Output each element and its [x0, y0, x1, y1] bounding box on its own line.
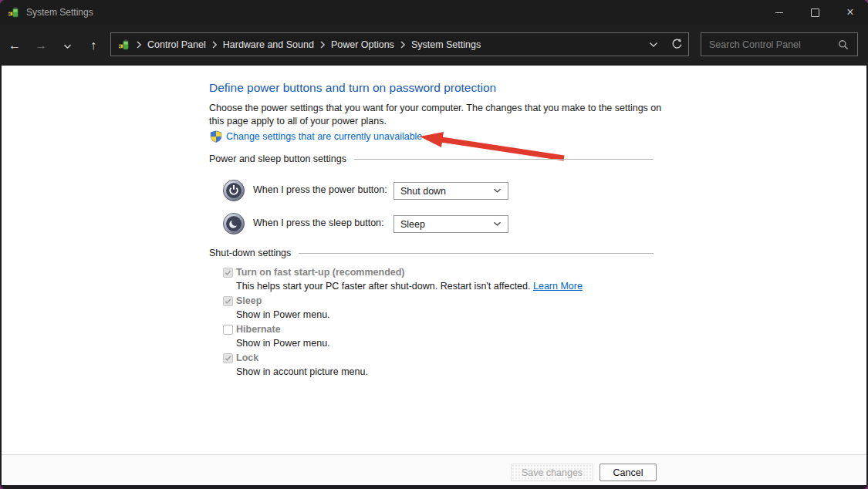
page-title: Define power buttons and turn on passwor… [209, 81, 496, 95]
sleep-checkbox[interactable] [223, 296, 233, 306]
uac-shield-icon [210, 130, 222, 143]
fast-startup-checkbox[interactable] [223, 268, 233, 278]
sleep-button-label: When I press the sleep button: [253, 218, 384, 228]
power-button-dropdown-value: Shut down [394, 186, 493, 197]
power-options-app-icon [8, 6, 20, 19]
checkmark-icon [224, 297, 232, 305]
close-icon: × [846, 6, 853, 19]
breadcrumb-item-system-settings[interactable]: System Settings [411, 39, 481, 50]
breadcrumb-item-power-options[interactable]: Power Options [331, 39, 394, 50]
sleep-button-icon [222, 212, 245, 235]
breadcrumb-app-icon [118, 39, 130, 51]
system-settings-window: System Settings × ← → ↑ [0, 0, 868, 489]
titlebar: System Settings × [0, 0, 868, 25]
hibernate-description: Show in Power menu. [236, 338, 330, 349]
power-section-header: Power and sleep button settings [209, 153, 654, 164]
address-bar[interactable]: Control Panel Hardware and Sound Power O… [110, 32, 689, 56]
fast-startup-description: This helps start your PC faster after sh… [236, 281, 583, 292]
address-dropdown-button[interactable] [642, 42, 665, 48]
lock-label: Lock [236, 352, 258, 363]
checkmark-icon [224, 268, 232, 277]
lock-description: Show in account picture menu. [236, 366, 368, 377]
recent-pages-chevron[interactable] [56, 39, 79, 52]
power-button-label: When I press the power button: [253, 184, 387, 195]
minimize-icon [775, 12, 783, 13]
change-settings-link[interactable]: Change settings that are currently unava… [226, 131, 422, 142]
search-box[interactable] [701, 32, 858, 56]
breadcrumb-item-control-panel[interactable]: Control Panel [147, 39, 206, 50]
refresh-icon [670, 38, 684, 51]
fast-startup-label: Turn on fast start-up (recommended) [236, 267, 405, 278]
chevron-down-icon [493, 221, 502, 227]
checkmark-icon [224, 354, 232, 363]
chevron-right-icon [319, 41, 326, 49]
shutdown-section-title: Shut-down settings [209, 248, 291, 258]
chevron-down-icon [493, 188, 502, 194]
forward-button[interactable]: → [29, 39, 52, 52]
window-controls: × [762, 0, 868, 25]
search-icon[interactable] [838, 39, 849, 50]
search-input[interactable] [701, 39, 838, 50]
intro-line-2: this page apply to all of your power pla… [209, 115, 661, 128]
cancel-button[interactable]: Cancel [599, 464, 657, 481]
section-divider [354, 159, 654, 160]
refresh-button[interactable] [665, 38, 688, 51]
sleep-description: Show in Power menu. [236, 309, 330, 320]
hibernate-label: Hibernate [236, 324, 281, 335]
sleep-button-dropdown-value: Sleep [394, 219, 493, 230]
maximize-icon [811, 8, 819, 17]
chevron-right-icon [400, 41, 406, 49]
maximize-button[interactable] [797, 0, 833, 25]
intro-line-1: Choose the power settings that you want … [209, 102, 661, 115]
up-button[interactable]: ↑ [82, 39, 105, 52]
chevron-right-icon [211, 41, 218, 49]
elevation-row: Change settings that are currently unava… [210, 130, 422, 143]
learn-more-link[interactable]: Learn More [533, 281, 583, 292]
back-button[interactable]: ← [3, 39, 26, 52]
minimize-button[interactable] [762, 0, 797, 25]
shutdown-section-header: Shut-down settings [209, 248, 654, 258]
save-changes-button[interactable]: Save changes [511, 464, 593, 481]
hibernate-checkbox[interactable] [223, 325, 233, 335]
breadcrumb-item-hardware-and-sound[interactable]: Hardware and Sound [223, 39, 314, 50]
sleep-button-dropdown[interactable]: Sleep [393, 215, 508, 233]
lock-checkbox[interactable] [223, 353, 233, 363]
footer: Save changes Cancel [2, 454, 866, 485]
sleep-label: Sleep [236, 295, 262, 306]
power-button-dropdown[interactable]: Shut down [393, 182, 508, 200]
navigation-bar: ← → ↑ Control Panel Hardware and Sound [0, 25, 868, 66]
nav-arrows: ← → ↑ [0, 25, 105, 66]
power-button-icon [222, 179, 245, 202]
intro-text: Choose the power settings that you want … [209, 102, 661, 127]
window-title: System Settings [26, 7, 93, 18]
page-content: Define power buttons and turn on passwor… [2, 66, 866, 454]
chevron-right-icon [136, 41, 142, 49]
close-button[interactable]: × [833, 0, 868, 25]
section-divider [299, 253, 654, 254]
power-section-title: Power and sleep button settings [209, 153, 346, 164]
